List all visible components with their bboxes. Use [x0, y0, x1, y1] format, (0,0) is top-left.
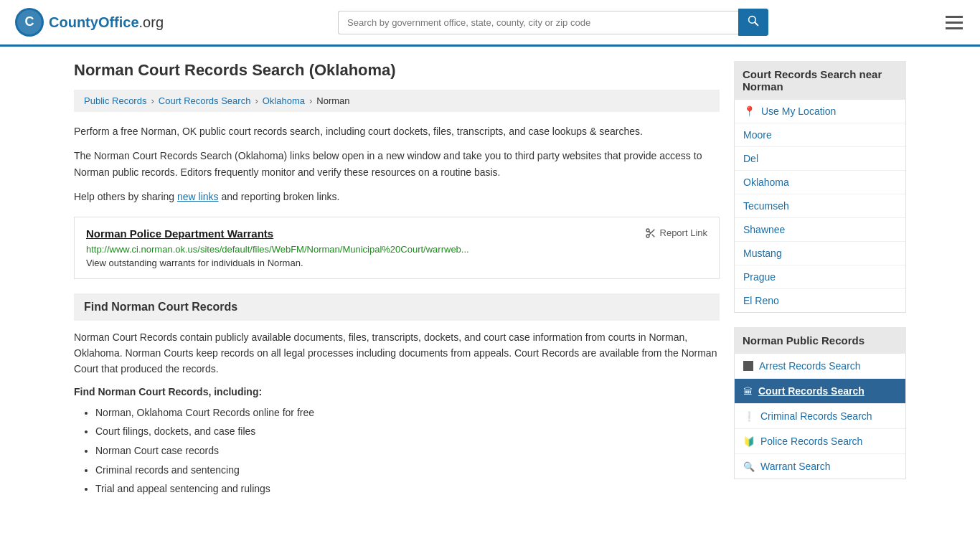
breadcrumb-sep: ›: [151, 95, 154, 106]
location-pin-icon: 📍: [743, 105, 755, 117]
public-records-item[interactable]: Arrest Records Search: [735, 354, 905, 379]
public-records-item[interactable]: 🔍Warrant Search: [735, 454, 905, 479]
header: C CountyOffice.org: [0, 0, 980, 47]
nearby-location-link[interactable]: Prague: [743, 271, 776, 283]
link-title[interactable]: Norman Police Department Warrants: [86, 227, 273, 240]
breadcrumb: Public Records › Court Records Search › …: [74, 90, 720, 112]
search-button[interactable]: [738, 9, 768, 36]
main-container: Norman Court Records Search (Oklahoma) P…: [60, 47, 920, 513]
nearby-location-link[interactable]: Mustang: [743, 248, 782, 259]
square-icon: [743, 361, 753, 371]
nearby-location-link[interactable]: El Reno: [743, 295, 779, 306]
public-records-link[interactable]: Warrant Search: [760, 461, 831, 472]
section-find-body: Norman Court Records contain publicly av…: [74, 329, 720, 377]
public-records-link[interactable]: Court Records Search: [758, 385, 864, 397]
sidebar-nearby-item[interactable]: Mustang: [735, 242, 905, 265]
content-area: Norman Court Records Search (Oklahoma) P…: [74, 61, 720, 499]
link-card: Norman Police Department Warrants Report…: [74, 217, 720, 279]
sidebar-use-my-location[interactable]: 📍 Use My Location: [735, 100, 905, 123]
search-small-icon: 🔍: [743, 461, 755, 472]
hamburger-line: [946, 16, 963, 18]
svg-line-9: [649, 231, 651, 233]
sidebar-nearby-item[interactable]: Moore: [735, 123, 905, 147]
sidebar-nearby-title: Court Records Search near Norman: [734, 61, 906, 100]
nearby-location-link[interactable]: Tecumseh: [743, 200, 789, 212]
public-records-item[interactable]: 🔰Police Records Search: [735, 429, 905, 454]
records-list: Norman, Oklahoma Court Records online fo…: [74, 403, 720, 499]
svg-line-4: [755, 22, 758, 25]
list-item: Norman Court case records: [95, 441, 720, 461]
list-item: Trial and appeal sentencing and rulings: [95, 479, 720, 499]
nearby-location-link[interactable]: Shawnee: [743, 224, 785, 235]
public-records-link[interactable]: Arrest Records Search: [759, 360, 861, 372]
public-records-item[interactable]: 🏛Court Records Search: [735, 379, 905, 404]
breadcrumb-public-records[interactable]: Public Records: [84, 95, 146, 106]
link-url[interactable]: http://www.ci.norman.ok.us/sites/default…: [86, 244, 707, 255]
exclamation-icon: ❕: [743, 411, 755, 422]
svg-point-5: [646, 229, 649, 232]
description-2: The Norman Court Records Search (Oklahom…: [74, 148, 720, 180]
search-area: [338, 9, 768, 36]
breadcrumb-oklahoma[interactable]: Oklahoma: [263, 95, 305, 106]
report-link-button[interactable]: Report Link: [645, 227, 707, 239]
nearby-location-link[interactable]: Oklahoma: [743, 176, 789, 188]
breadcrumb-norman: Norman: [316, 95, 349, 106]
sidebar-public-records-list: Arrest Records Search🏛Court Records Sear…: [734, 354, 906, 479]
description-3: Help others by sharing new links and rep…: [74, 189, 720, 204]
public-records-link[interactable]: Police Records Search: [760, 435, 862, 447]
scissors-icon: [645, 227, 656, 239]
breadcrumb-court-records[interactable]: Court Records Search: [159, 95, 251, 106]
list-item: Criminal records and sentencing: [95, 461, 720, 480]
court-icon: 🏛: [743, 386, 753, 397]
hamburger-button[interactable]: [943, 13, 966, 32]
description-1: Perform a free Norman, OK public court r…: [74, 123, 720, 139]
sidebar-nearby-item[interactable]: Oklahoma: [735, 171, 905, 194]
page-title: Norman Court Records Search (Oklahoma): [74, 61, 720, 80]
list-item: Court filings, dockets, and case files: [95, 422, 720, 441]
report-link-label: Report Link: [660, 227, 707, 238]
hamburger-line: [946, 22, 963, 24]
svg-point-6: [646, 235, 649, 237]
public-records-link[interactable]: Criminal Records Search: [760, 410, 872, 422]
link-description: View outstanding warrants for individual…: [86, 258, 707, 268]
hamburger-line: [946, 27, 963, 29]
search-icon: [748, 15, 759, 27]
sidebar: Court Records Search near Norman 📍 Use M…: [734, 61, 906, 499]
sidebar-nearby-item[interactable]: Tecumseh: [735, 194, 905, 218]
use-my-location-link[interactable]: Use My Location: [761, 105, 836, 117]
sidebar-public-records-title: Norman Public Records: [734, 327, 906, 354]
sidebar-nearby-item[interactable]: Del: [735, 147, 905, 171]
list-item: Norman, Oklahoma Court Records online fo…: [95, 403, 720, 423]
nearby-location-link[interactable]: Del: [743, 153, 758, 164]
logo-icon: C: [14, 7, 44, 37]
logo-text: CountyOffice.org: [49, 14, 164, 31]
nearby-location-link[interactable]: Moore: [743, 129, 772, 141]
section-find-header: Find Norman Court Records: [74, 293, 720, 321]
search-input[interactable]: [338, 11, 738, 34]
new-links-link[interactable]: new links: [177, 191, 219, 202]
sidebar-nearby-item[interactable]: Shawnee: [735, 218, 905, 242]
sidebar-nearby-item[interactable]: El Reno: [735, 289, 905, 312]
breadcrumb-sep: ›: [255, 95, 258, 106]
public-records-item[interactable]: ❕Criminal Records Search: [735, 404, 905, 429]
breadcrumb-sep: ›: [309, 95, 312, 106]
svg-line-8: [651, 234, 654, 237]
shield-icon: 🔰: [743, 436, 755, 447]
sidebar-nearby-list: 📍 Use My Location MooreDelOklahomaTecums…: [734, 100, 906, 313]
sidebar-nearby-item[interactable]: Prague: [735, 265, 905, 289]
svg-text:C: C: [25, 14, 34, 29]
subsection-title: Find Norman Court Records, including:: [74, 386, 720, 397]
logo-area: C CountyOffice.org: [14, 7, 164, 37]
